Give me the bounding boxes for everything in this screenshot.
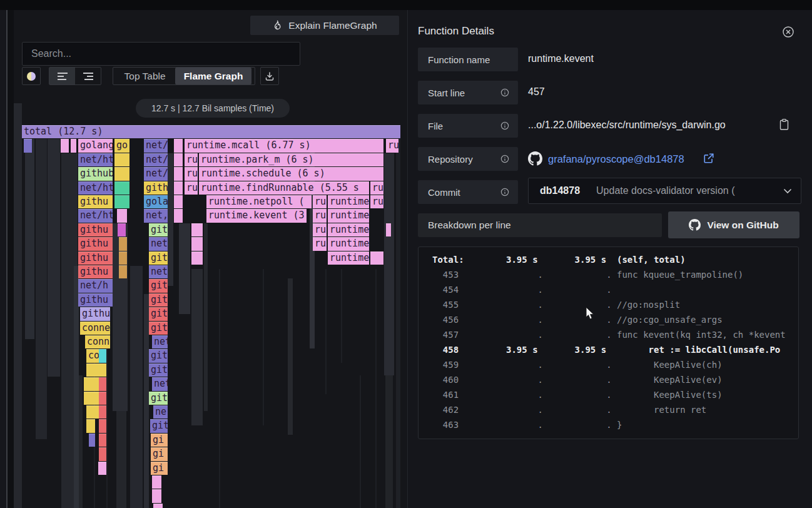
flame-bar[interactable]: net (149, 237, 168, 250)
flame-bar[interactable] (84, 392, 99, 405)
flame-bar[interactable] (24, 139, 32, 152)
flame-bar[interactable] (84, 377, 99, 390)
flame-bar[interactable]: githu (78, 237, 113, 250)
explain-flamegraph-button[interactable]: Explain FlameGraph (250, 16, 399, 35)
flamegraph[interactable]: total (12.7 s)golanggonet/runtime.mcall … (22, 125, 400, 508)
flame-bar[interactable]: githu (78, 265, 113, 278)
tab-flame-graph[interactable]: Flame Graph (175, 68, 252, 84)
flame-bar[interactable]: run (185, 181, 198, 195)
flame-bar[interactable] (119, 265, 127, 278)
flame-bar[interactable]: net/ (144, 153, 168, 166)
flame-bar[interactable]: runtime (328, 209, 369, 222)
flame-bar[interactable] (153, 504, 163, 508)
flame-bar[interactable]: gith (149, 223, 168, 236)
flame-bar[interactable]: githu (78, 251, 113, 265)
flame-bar[interactable] (174, 153, 183, 166)
flame-bar[interactable] (152, 475, 161, 489)
flame-bar[interactable] (118, 223, 126, 236)
flame-bar[interactable]: run (185, 167, 198, 180)
flame-bar[interactable] (114, 167, 129, 180)
flame-bar[interactable]: git (149, 251, 168, 265)
flame-bar[interactable]: net/ (144, 167, 168, 180)
flame-bar[interactable] (99, 349, 106, 362)
flame-bar[interactable]: gi (151, 462, 168, 475)
flame-bar[interactable]: ne (153, 405, 168, 419)
flame-bar[interactable]: runtime.mcall (6.77 s) (185, 139, 383, 152)
flame-bar[interactable]: runtime.netpoll ( (206, 195, 312, 208)
flame-bar[interactable] (174, 181, 183, 195)
flame-bar[interactable]: git (149, 307, 168, 320)
flame-bar[interactable] (152, 489, 161, 502)
flame-bar[interactable] (86, 419, 95, 432)
flame-bar[interactable]: git (149, 293, 168, 307)
flame-bar[interactable] (99, 392, 106, 405)
flame-bar[interactable]: conn (85, 335, 110, 348)
flame-bar[interactable] (191, 237, 203, 250)
flame-bar[interactable]: runtime.park_m (6 s) (199, 153, 383, 166)
flame-bar[interactable] (191, 223, 203, 236)
flame-bar[interactable]: runtime.findRunnable (5.55 s (199, 181, 369, 195)
flame-bar[interactable]: ru (386, 139, 398, 152)
tab-top-table[interactable]: Top Table (116, 68, 175, 84)
flame-bar[interactable]: net/ (144, 139, 168, 152)
flame-bar[interactable] (89, 434, 95, 447)
flame-bar[interactable]: net/ht (78, 209, 113, 222)
flame-bar[interactable]: net (149, 265, 168, 278)
flame-bar[interactable]: ru (313, 209, 327, 222)
flame-bar[interactable] (86, 363, 99, 377)
info-icon[interactable] (500, 188, 509, 196)
flame-bar[interactable] (71, 139, 76, 152)
flame-bar[interactable]: net (152, 335, 168, 348)
flame-bar[interactable] (114, 181, 129, 195)
flame-bar[interactable] (99, 377, 106, 390)
info-icon[interactable] (500, 121, 509, 130)
flame-bar[interactable]: conne (80, 322, 110, 335)
flame-bar[interactable] (386, 223, 391, 236)
flame-bar[interactable]: gola (144, 195, 168, 208)
flame-bar[interactable]: githu (78, 223, 113, 236)
flame-bar[interactable] (99, 447, 106, 460)
flame-bar[interactable] (370, 251, 383, 265)
repository-link[interactable]: grafana/pyroscope@db14878 (548, 153, 684, 165)
color-mode-toggle-button[interactable] (22, 67, 41, 85)
view-on-github-button[interactable]: View on GitHub (668, 211, 799, 238)
flame-bar[interactable]: runtime (328, 237, 369, 250)
flame-bar[interactable] (99, 434, 106, 447)
flame-bar[interactable]: git (149, 363, 168, 377)
flame-bar[interactable]: run (185, 153, 198, 166)
flame-bar[interactable]: git (149, 322, 168, 335)
external-link-icon[interactable] (703, 153, 714, 164)
flame-bar[interactable]: net/ht (78, 181, 113, 195)
flame-bar[interactable]: net/h (78, 279, 113, 292)
flame-bar[interactable] (99, 419, 106, 432)
flame-bar[interactable]: go (114, 139, 129, 152)
info-icon[interactable] (500, 155, 509, 163)
flame-bar[interactable]: git (150, 419, 168, 432)
flame-bar[interactable]: ru (370, 195, 383, 208)
flame-bar[interactable] (99, 363, 106, 377)
flame-bar[interactable]: githu (78, 293, 113, 307)
flame-bar[interactable]: github (78, 167, 113, 180)
flame-bar[interactable] (174, 209, 183, 222)
flame-bar[interactable] (86, 405, 99, 419)
flame-bar[interactable]: runtime.kevent (3 (206, 209, 307, 222)
flame-bar[interactable]: golang (78, 139, 113, 152)
flame-bar[interactable]: co (86, 349, 99, 362)
flame-bar[interactable]: ru (313, 237, 327, 250)
flame-bar[interactable]: githu (78, 195, 113, 208)
flame-bar[interactable]: runtime (328, 195, 369, 208)
flame-bar[interactable]: total (12.7 s) (22, 125, 400, 138)
info-icon[interactable] (500, 88, 509, 97)
flame-bar[interactable]: gi (151, 434, 168, 447)
flame-bar[interactable] (174, 167, 183, 180)
download-button[interactable] (260, 67, 279, 85)
flame-bar[interactable]: git (149, 349, 168, 362)
flame-bar[interactable] (191, 251, 203, 265)
flame-bar[interactable] (119, 237, 127, 250)
copy-clipboard-icon[interactable] (779, 118, 789, 131)
flame-bar[interactable]: gi (151, 447, 168, 460)
flame-bar[interactable]: ru (313, 223, 327, 236)
flame-bar[interactable]: runtime (328, 251, 369, 265)
commit-select[interactable]: db14878 Update docs-validator version ( (528, 178, 801, 204)
align-right-button[interactable] (75, 68, 101, 84)
